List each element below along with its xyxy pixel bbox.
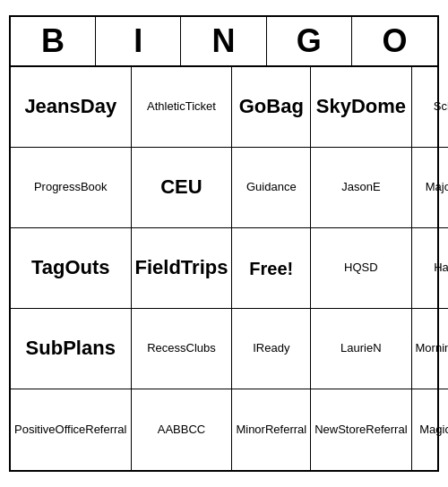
cell-text: Office bbox=[56, 423, 86, 438]
cell-text: Outs bbox=[65, 255, 109, 281]
bingo-cell: SubPlans bbox=[11, 309, 132, 389]
cell-text: Book bbox=[81, 180, 108, 195]
cell-text: Store bbox=[338, 423, 366, 438]
cell-text: Sub bbox=[26, 336, 64, 362]
bingo-grid: JeansDayAthleticTicketGoBagSkyDomeSchedu… bbox=[11, 67, 437, 470]
cell-text: Ticket bbox=[185, 99, 216, 115]
bingo-cell: TagOuts bbox=[11, 228, 132, 309]
cell-text: Sky bbox=[316, 94, 351, 120]
header-letter: B bbox=[11, 17, 96, 65]
bingo-cell: MagicofScience bbox=[412, 389, 448, 470]
bingo-cell: ProgressBook bbox=[11, 148, 132, 228]
header-letter: I bbox=[96, 17, 181, 65]
cell-text: Laurie bbox=[340, 341, 373, 356]
bingo-cell: CEU bbox=[132, 148, 233, 228]
cell-text: Trips bbox=[181, 255, 228, 281]
bingo-cell: Harptoons bbox=[412, 228, 448, 309]
bingo-cell: Free! bbox=[232, 228, 311, 309]
cell-text: Recess bbox=[147, 341, 185, 356]
bingo-cell: AABBCC bbox=[132, 389, 233, 470]
cell-text: Jason bbox=[341, 180, 373, 195]
cell-text: Plans bbox=[63, 336, 116, 362]
bingo-cell: PositiveOfficeReferral bbox=[11, 389, 132, 470]
cell-text: Morning bbox=[416, 341, 448, 356]
cell-text: Tag bbox=[31, 255, 65, 281]
cell-text: Clubs bbox=[186, 341, 216, 356]
cell-text: Day bbox=[81, 94, 116, 120]
bingo-cell: IReady bbox=[232, 309, 311, 389]
bingo-cell: GoBag bbox=[232, 67, 311, 148]
bingo-cell: LaurieN bbox=[311, 309, 411, 389]
bingo-cell: RecessClubs bbox=[132, 309, 233, 389]
header-letter: N bbox=[181, 17, 266, 65]
cell-text: Magic bbox=[419, 423, 448, 438]
cell-text: Field bbox=[135, 255, 181, 281]
cell-text: Athletic bbox=[147, 99, 185, 115]
cell-text: New bbox=[314, 423, 338, 438]
bingo-cell: Schedules bbox=[412, 67, 448, 148]
bingo-card: BINGO JeansDayAthleticTicketGoBagSkyDome… bbox=[9, 15, 439, 472]
bingo-cell: MorningSchedule bbox=[412, 309, 448, 389]
bingo-cell: Guidance bbox=[232, 148, 311, 228]
header-letter: G bbox=[267, 17, 352, 65]
bingo-cell: MinorReferral bbox=[232, 389, 311, 470]
bingo-cell: FieldTrips bbox=[132, 228, 233, 309]
cell-text: Referral bbox=[85, 423, 126, 438]
cell-text: Positive bbox=[14, 423, 56, 438]
bingo-cell: NewStoreReferral bbox=[311, 389, 411, 470]
bingo-cell: SkyDome bbox=[311, 67, 411, 148]
cell-text: Go bbox=[239, 94, 267, 120]
bingo-cell: AthleticTicket bbox=[132, 67, 233, 148]
bingo-cell: JeansDay bbox=[11, 67, 132, 148]
cell-text: Jeans bbox=[24, 94, 80, 120]
cell-text: Progress bbox=[34, 180, 81, 195]
bingo-cell: HQSD bbox=[311, 228, 411, 309]
cell-text: N bbox=[373, 341, 381, 356]
cell-text: Referral bbox=[366, 423, 407, 438]
cell-text: Minor bbox=[236, 423, 265, 438]
cell-text: Referral bbox=[265, 423, 306, 438]
bingo-header: BINGO bbox=[11, 17, 437, 67]
cell-text: Bag bbox=[266, 94, 304, 120]
header-letter: O bbox=[352, 17, 437, 65]
cell-text: E bbox=[373, 180, 381, 195]
cell-text: Dome bbox=[351, 94, 406, 120]
cell-text: Ready bbox=[256, 341, 290, 356]
bingo-cell: JasonE bbox=[311, 148, 411, 228]
bingo-cell: MajorReferral bbox=[412, 148, 448, 228]
cell-text: Major bbox=[426, 180, 448, 195]
